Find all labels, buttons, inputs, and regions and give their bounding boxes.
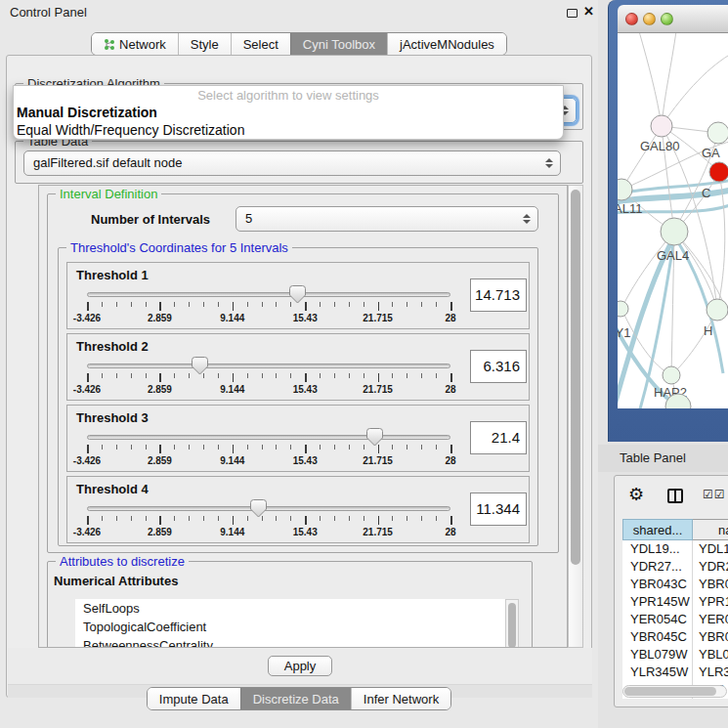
numerical-attributes-list[interactable]: SelfLoopsTopologicalCoefficientBetweenne… — [75, 599, 505, 648]
tab-style[interactable]: Style — [178, 33, 231, 55]
threshold-value[interactable]: 14.713 — [470, 278, 527, 312]
scrollbar-thumb[interactable] — [624, 687, 716, 696]
numerical-attributes-label: Numerical Attributes — [54, 574, 178, 588]
tab-infer-network[interactable]: Infer Network — [351, 688, 450, 709]
slider-tick — [131, 373, 132, 378]
table-row[interactable]: YER054CYER0 — [622, 611, 728, 628]
column-header-2[interactable]: na — [693, 519, 728, 540]
control-panel-window: Control Panel ✕ NetworkStyleSelectCyni T… — [0, 0, 598, 728]
table-cell[interactable]: YPR145W — [622, 593, 693, 611]
slider-thumb[interactable] — [289, 285, 306, 308]
scrollbar-thumb[interactable] — [571, 190, 580, 565]
table-cell[interactable]: YBR045C — [622, 628, 693, 646]
mac-minimize-button[interactable] — [643, 13, 656, 25]
table-cell[interactable]: YDR27... — [622, 558, 693, 576]
mac-close-button[interactable] — [625, 13, 638, 25]
number-of-intervals-label: Number of Intervals — [91, 212, 210, 227]
slider-track[interactable] — [87, 435, 450, 440]
dropdown-option-manual-discretization[interactable]: Manual Discretization — [14, 104, 563, 121]
table-cell[interactable]: YBR0 — [693, 576, 728, 593]
scrollbar-thumb[interactable] — [508, 603, 516, 648]
apply-button[interactable]: Apply — [268, 656, 333, 676]
tab-impute-data[interactable]: Impute Data — [148, 688, 240, 709]
threshold-slider[interactable]: -3.4262.8599.14415.4321.71528 — [87, 358, 450, 399]
attribute-item-selfloops[interactable]: SelfLoops — [75, 599, 505, 618]
table-cell[interactable]: YBR0 — [693, 628, 728, 646]
table-cell[interactable]: YER0 — [693, 611, 728, 628]
table-row[interactable]: YBL079WYBL0 — [622, 646, 728, 664]
network-canvas[interactable]: GAL80GACGAL11GAL4GCY1HHAP2 — [618, 33, 728, 408]
slider-tick — [102, 302, 103, 307]
attribute-item-betweennesscentrality[interactable]: BetweennessCentrality — [75, 636, 505, 648]
tab-label: Select — [243, 37, 278, 52]
attributes-list-scrollbar[interactable] — [505, 599, 519, 648]
columns-icon[interactable] — [667, 489, 683, 503]
threshold-value[interactable]: 11.344 — [470, 492, 527, 526]
table-cell[interactable]: YLR345W — [622, 664, 693, 681]
gear-icon[interactable]: ⚙ — [628, 484, 644, 505]
table-cell[interactable]: YPR1 — [693, 593, 728, 611]
network-node-gcy1[interactable] — [618, 301, 628, 317]
table-data-combobox[interactable]: galFiltered.sif default node — [23, 150, 561, 176]
threshold-value[interactable]: 6.316 — [470, 350, 527, 383]
slider-thumb[interactable] — [192, 357, 208, 379]
table-cell[interactable]: YDL1 — [693, 540, 728, 558]
network-window-titlebar[interactable] — [618, 5, 728, 33]
tab-discretize-data[interactable]: Discretize Data — [240, 688, 351, 709]
tab-jactivemnodules[interactable]: jActiveMNodules — [387, 33, 506, 55]
slider-thumb[interactable] — [250, 499, 267, 522]
table-cell[interactable]: YER054C — [622, 611, 693, 628]
table-row[interactable]: YBR043CYBR0 — [622, 576, 728, 593]
slider-tick — [233, 445, 235, 453]
network-node-hap2[interactable] — [663, 366, 680, 384]
slider-tick — [174, 445, 175, 450]
threshold-slider[interactable]: -3.4262.8599.14415.4321.71528 — [87, 286, 450, 327]
table-row[interactable]: YDR27...YDR2 — [622, 558, 728, 576]
settings-vertical-scrollbar[interactable] — [568, 185, 583, 648]
column-header-1[interactable]: shared... — [622, 519, 693, 540]
network-node-gal4[interactable] — [661, 218, 688, 245]
checkboxes-icon[interactable]: ☑☑ — [703, 488, 726, 501]
dropdown-option-equal-width-frequency-discretization[interactable]: Equal Width/Frequency Discretization — [14, 121, 563, 139]
table-cell[interactable]: YDL19... — [622, 540, 693, 558]
table-cell[interactable]: YBL079W — [622, 646, 693, 664]
table-row[interactable]: YDL19...YDL1 — [622, 540, 728, 558]
slider-tick-label: -3.426 — [73, 313, 101, 323]
network-view-window[interactable]: GAL80GACGAL11GAL4GCY1HHAP2 — [608, 0, 728, 442]
control-panel-titlebar: Control Panel ✕ — [0, 0, 598, 25]
slider-track[interactable] — [87, 292, 450, 297]
threshold-panel-2: Threshold 2-3.4262.8599.14415.4321.71528… — [66, 333, 530, 401]
threshold-value[interactable]: 21.4 — [470, 421, 527, 454]
mac-zoom-button[interactable] — [661, 13, 673, 25]
table-horizontal-scrollbar[interactable] — [622, 685, 727, 698]
slider-thumb[interactable] — [366, 428, 383, 450]
number-of-intervals-value: 5 — [245, 211, 252, 226]
network-node-c[interactable] — [709, 162, 728, 182]
table-row[interactable]: YPR145WYPR1 — [622, 593, 728, 611]
table-row[interactable]: YLR345WYLR3 — [622, 664, 728, 681]
network-node-h[interactable] — [707, 299, 728, 321]
apply-bar: Apply — [8, 648, 592, 685]
slider-track[interactable] — [87, 506, 450, 511]
table-row[interactable]: YBR045CYBR0 — [622, 628, 728, 646]
table-cell[interactable]: YBR043C — [622, 576, 693, 593]
network-node-gal80[interactable] — [651, 115, 672, 137]
network-node-ga[interactable] — [707, 122, 728, 144]
threshold-slider[interactable]: -3.4262.8599.14415.4321.71528 — [87, 500, 450, 541]
float-window-icon[interactable] — [567, 9, 578, 18]
attribute-item-topologicalcoefficient[interactable]: TopologicalCoefficient — [75, 618, 505, 636]
tab-network[interactable]: Network — [92, 33, 178, 55]
tab-label: Cyni Toolbox — [303, 37, 375, 52]
table-cell[interactable]: YBL0 — [693, 646, 728, 664]
table-cell[interactable]: YDR2 — [693, 558, 728, 576]
number-of-intervals-combobox[interactable]: 5 — [236, 206, 538, 232]
slider-tick — [146, 445, 147, 450]
close-icon[interactable]: ✕ — [583, 4, 594, 19]
slider-tick — [189, 302, 190, 307]
slider-track[interactable] — [87, 364, 450, 368]
tab-select[interactable]: Select — [231, 33, 290, 55]
threshold-slider[interactable]: -3.4262.8599.14415.4321.71528 — [87, 429, 450, 470]
slider-tick — [233, 373, 235, 382]
table-cell[interactable]: YLR3 — [693, 664, 728, 681]
tab-cyni-toolbox[interactable]: Cyni Toolbox — [290, 33, 387, 55]
